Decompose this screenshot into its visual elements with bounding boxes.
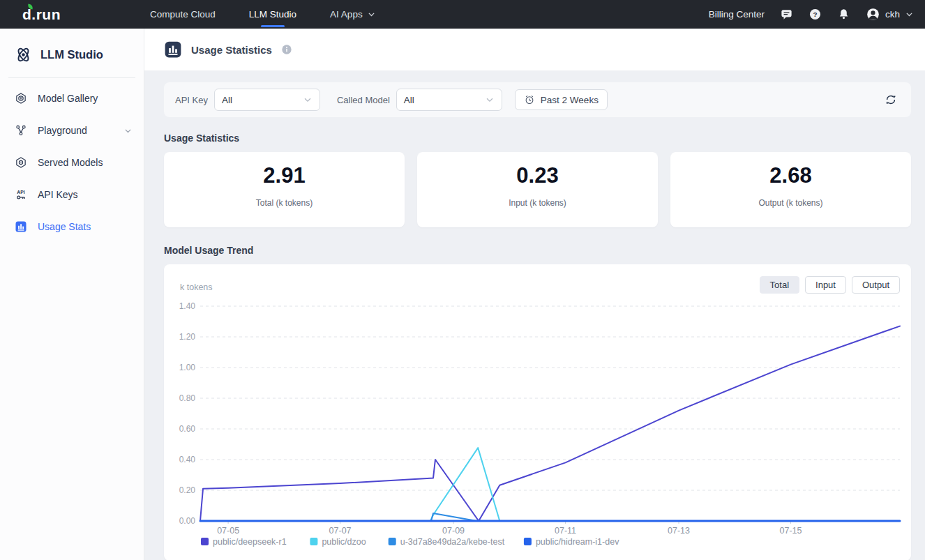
chevron-down-icon (303, 95, 313, 105)
stat-value: 2.91 (164, 163, 405, 188)
y-tick-label: 1.00 (179, 363, 196, 372)
top-nav-item-label: AI Apps (330, 9, 363, 20)
top-nav-item-label: Compute Cloud (150, 9, 216, 20)
sidebar-title: LLM Studio (40, 48, 103, 61)
date-range-value: Past 2 Weeks (541, 95, 599, 105)
legend-item-public-dzoo[interactable]: public/dzoo (310, 537, 366, 547)
svg-text:?: ? (813, 10, 817, 18)
notification-bell-icon[interactable] (837, 8, 850, 21)
chevron-down-icon (485, 95, 495, 105)
help-icon[interactable]: ? (809, 8, 822, 21)
legend-item-u-3d7a8e49da2a-kebe-test[interactable]: u-3d7a8e49da2a/kebe-test (389, 537, 505, 547)
llm-studio-logo-icon (14, 45, 33, 64)
y-tick-label: 0.80 (179, 393, 196, 403)
sidebar-divider (8, 77, 135, 78)
chevron-down-icon (123, 126, 133, 135)
user-menu[interactable]: ckh (866, 7, 914, 22)
api-key-label: API Key (175, 95, 208, 105)
stat-card-total: 2.91Total (k tokens) (164, 152, 405, 227)
legend-label: public/hidream-i1-dev (536, 537, 619, 547)
legend-swatch (310, 538, 317, 545)
top-nav-item-ai-apps[interactable]: AI Apps (330, 0, 376, 29)
usage-stats-icon (15, 220, 27, 233)
top-nav-links: Compute CloudLLM StudioAI Apps (150, 0, 376, 29)
usage-statistics-section-title: Usage Statistics (164, 133, 911, 144)
y-tick-label: 0.60 (179, 424, 196, 434)
playground-icon (15, 124, 27, 137)
called-model-select[interactable]: All (396, 89, 502, 111)
y-tick-label: 1.20 (179, 332, 196, 342)
sidebar-item-playground[interactable]: Playground (0, 114, 144, 146)
main-area: Usage Statistics API Key All Called Mode… (144, 29, 925, 560)
sidebar: LLM Studio Model GalleryPlaygroundServed… (0, 29, 144, 560)
user-name: ckh (885, 9, 900, 20)
api-keys-icon: API (15, 188, 27, 201)
date-range-button[interactable]: Past 2 Weeks (515, 89, 608, 110)
x-tick-label: 07-09 (442, 526, 465, 536)
sidebar-item-label: Playground (38, 125, 87, 136)
series-public-deepseek-r1 (200, 326, 900, 521)
x-tick-label: 07-11 (555, 526, 576, 536)
usage-trend-line-chart: 0.000.200.400.600.801.001.201.4007-0507-… (164, 264, 911, 560)
legend-label: public/dzoo (322, 537, 366, 547)
api-key-value: All (222, 95, 232, 105)
sidebar-item-api-keys[interactable]: APIAPI Keys (0, 179, 144, 211)
y-tick-label: 0.20 (179, 485, 196, 495)
sidebar-item-label: Model Gallery (38, 93, 98, 104)
stat-value: 2.68 (670, 163, 911, 188)
info-icon[interactable] (281, 44, 292, 55)
avatar (866, 7, 880, 22)
sidebar-item-label: Served Models (38, 157, 103, 168)
top-nav-right: Billing Center ? ckh (709, 7, 925, 22)
y-tick-label: 1.40 (179, 301, 196, 311)
top-nav: d.run Compute CloudLLM StudioAI Apps Bil… (0, 0, 925, 29)
chat-icon[interactable] (780, 8, 793, 21)
called-model-value: All (404, 95, 414, 105)
drun-logo[interactable]: d.run (22, 6, 61, 23)
page-title: Usage Statistics (191, 44, 272, 56)
sidebar-item-label: API Keys (38, 189, 78, 200)
legend-swatch (389, 538, 396, 545)
sidebar-item-label: Usage Stats (38, 221, 91, 232)
sidebar-item-model-gallery[interactable]: Model Gallery (0, 82, 144, 114)
served-models-icon (15, 156, 27, 169)
usage-statistics-icon (164, 40, 182, 59)
legend-item-public-hidream-i1-dev[interactable]: public/hidream-i1-dev (524, 537, 619, 547)
x-tick-label: 07-05 (217, 526, 239, 536)
sidebar-brand: LLM Studio (0, 29, 144, 64)
chevron-down-icon (905, 10, 914, 19)
sidebar-item-served-models[interactable]: Served Models (0, 146, 144, 179)
page-header: Usage Statistics (144, 29, 925, 70)
alarm-clock-icon (524, 94, 535, 105)
called-model-label: Called Model (337, 95, 390, 105)
y-tick-label: 0.00 (179, 516, 196, 526)
top-nav-item-label: LLM Studio (249, 9, 296, 20)
stat-label: Output (k tokens) (670, 198, 911, 208)
top-nav-item-llm-studio[interactable]: LLM Studio (249, 0, 296, 29)
x-tick-label: 07-15 (780, 526, 802, 536)
legend-swatch (201, 538, 209, 545)
chevron-down-icon (123, 126, 133, 135)
stat-card-input: 0.23Input (k tokens) (417, 152, 658, 227)
billing-center-link[interactable]: Billing Center (709, 9, 765, 20)
refresh-button[interactable] (882, 91, 900, 109)
legend-label: u-3d7a8e49da2a/kebe-test (400, 537, 505, 547)
x-tick-label: 07-07 (329, 526, 352, 536)
api-key-select[interactable]: All (214, 89, 320, 111)
stat-card-output: 2.68Output (k tokens) (670, 152, 911, 227)
stat-label: Total (k tokens) (164, 198, 405, 208)
filter-bar: API Key All Called Model All (164, 82, 911, 117)
stat-cards-row: 2.91Total (k tokens)0.23Input (k tokens)… (164, 152, 911, 227)
legend-swatch (524, 538, 532, 545)
sidebar-menu: Model GalleryPlaygroundServed ModelsAPIA… (0, 82, 144, 243)
chevron-down-icon (367, 10, 376, 19)
stat-label: Input (k tokens) (417, 198, 658, 208)
sidebar-item-usage-stats[interactable]: Usage Stats (0, 211, 144, 243)
model-usage-trend-section-title: Model Usage Trend (164, 245, 911, 256)
stat-value: 0.23 (417, 163, 658, 188)
model-usage-trend-card: k tokens TotalInputOutput 0.000.200.400.… (164, 264, 911, 560)
y-tick-label: 0.40 (179, 455, 196, 464)
x-tick-label: 07-13 (668, 526, 690, 536)
top-nav-item-compute-cloud[interactable]: Compute Cloud (150, 0, 216, 29)
legend-item-public-deepseek-r1[interactable]: public/deepseek-r1 (201, 537, 287, 547)
